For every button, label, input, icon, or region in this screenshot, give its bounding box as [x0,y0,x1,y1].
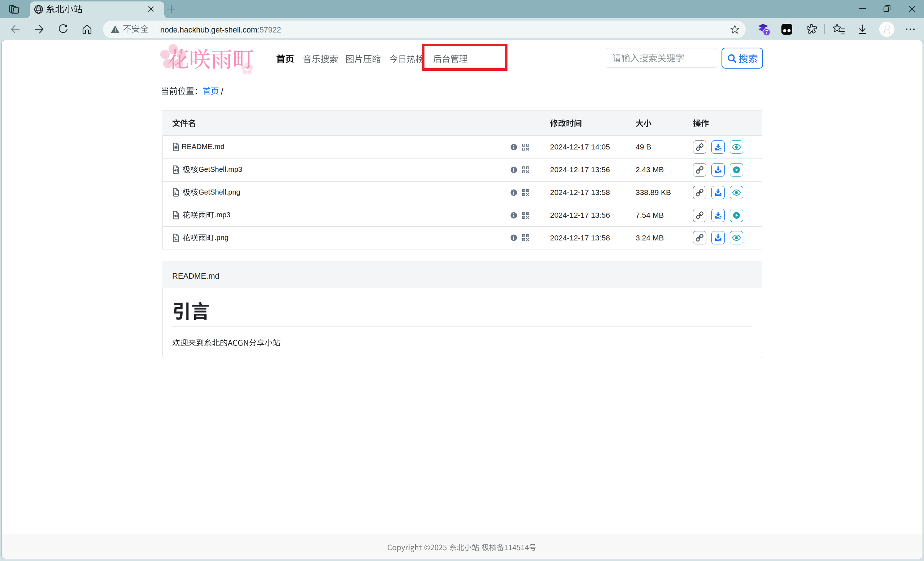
svg-text:7: 7 [765,29,768,35]
